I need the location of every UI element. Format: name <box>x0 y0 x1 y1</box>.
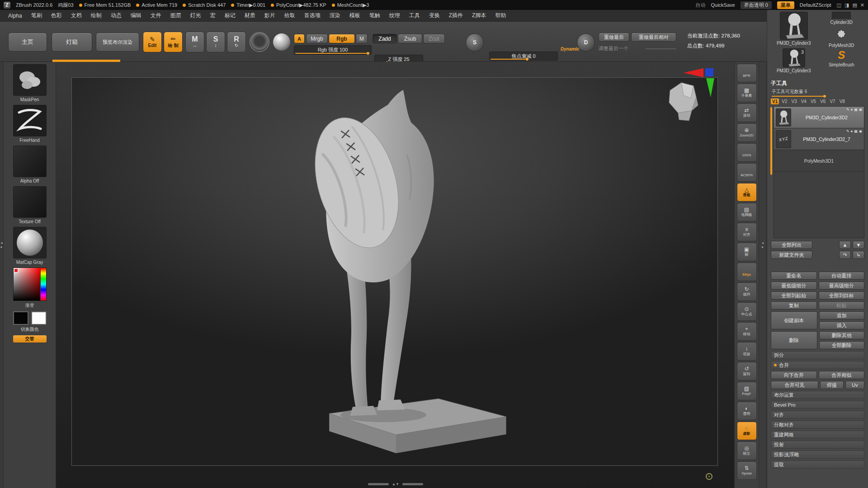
menu-dynamic[interactable]: 动态 <box>106 12 126 19</box>
floor-grid-button[interactable]: ▤地网格 <box>737 203 757 221</box>
rename-button[interactable]: 重命名 <box>771 272 817 280</box>
merge-section-header[interactable]: 合并 <box>771 361 864 369</box>
left-tray-divider[interactable]: ◂▸ <box>0 62 4 488</box>
home-button[interactable]: 主页 <box>8 33 47 52</box>
solo-button[interactable]: ◎独立 <box>737 441 757 460</box>
folder-redo-button[interactable]: ↷ <box>839 251 851 259</box>
align-section-header[interactable]: 对齐 <box>771 411 864 419</box>
material-sphere-icon[interactable] <box>273 33 290 51</box>
local-symmetry-button[interactable]: ≡对齐 <box>737 223 757 241</box>
ghost-button[interactable]: ◌虚影 <box>737 422 757 440</box>
lowest-subdiv-button[interactable]: 最低级细分 <box>771 282 817 290</box>
bevel-pro-section-header[interactable]: Bevel Pro <box>771 401 864 409</box>
all-to-target-button[interactable]: 全部到目标 <box>819 291 865 300</box>
secondary-color-swatch[interactable] <box>31 311 47 325</box>
move-mode-button[interactable]: M ↔ <box>185 32 204 52</box>
subtool-scrollbar[interactable] <box>770 107 772 175</box>
project-section-header[interactable]: 投射 <box>771 441 864 449</box>
view-tab-v8[interactable]: V8 <box>838 99 846 104</box>
polypaint-icon[interactable]: ✎ <box>846 129 849 133</box>
pivot-button[interactable]: ⊙中心点 <box>737 302 757 321</box>
delete-all-button[interactable]: 全部删除 <box>819 341 865 349</box>
highest-subdiv-button[interactable]: 最高级细分 <box>819 282 865 290</box>
loop-button[interactable]: ↻循环 <box>737 282 757 301</box>
scatter-section-header[interactable]: 分散对齐 <box>771 421 864 429</box>
polymesh-star-icon[interactable] <box>833 26 849 42</box>
copy-subtool-button[interactable]: 复制 <box>771 301 817 310</box>
menu-preferences[interactable]: 首选项 <box>300 12 325 19</box>
insert-button[interactable]: 插入 <box>819 321 865 329</box>
active-tool-thumb[interactable] <box>780 12 808 40</box>
sxyz-button[interactable]: SXyz <box>737 263 757 281</box>
menu-texture[interactable]: 纹理 <box>385 12 405 19</box>
m-button[interactable]: M <box>356 34 368 43</box>
remesh-section-header[interactable]: 重建网格 <box>771 431 864 439</box>
close-icon[interactable]: ✕ <box>860 2 864 8</box>
split-section-header[interactable]: 拆分 <box>771 351 864 359</box>
menu-file[interactable]: 文件 <box>146 12 166 19</box>
menu-stroke[interactable]: 笔触 <box>365 12 385 19</box>
view-tab-v1[interactable]: V1 <box>771 99 779 104</box>
list-all-button[interactable]: 全部列出 <box>771 241 812 249</box>
scale-mode-button[interactable]: S ↕ <box>206 32 225 52</box>
scroll-bar-right[interactable] <box>402 483 423 485</box>
eye-icon[interactable]: ◉ <box>859 129 862 133</box>
eye-icon[interactable]: ◉ <box>859 108 862 112</box>
rotate-mode-button[interactable]: R ↻ <box>227 32 246 52</box>
menu-edit[interactable]: 编辑 <box>126 12 146 19</box>
focal-shift-slider[interactable]: 焦点衰减 0 <box>489 52 558 61</box>
current-brush-thumb[interactable] <box>13 64 47 96</box>
saturation-square[interactable] <box>14 268 40 300</box>
d-dial-knob[interactable]: D <box>577 33 595 52</box>
alternate-color-button[interactable]: 交替 <box>13 335 47 343</box>
rotate3d-button[interactable]: ↺旋转 <box>737 362 757 380</box>
menu-brush[interactable]: 笔刷 <box>27 12 47 19</box>
menu-marker[interactable]: 标记 <box>220 12 240 19</box>
scroll-bar-left[interactable] <box>368 483 389 485</box>
menu-alpha[interactable]: Alpha <box>4 13 27 19</box>
menu-light[interactable]: 灯光 <box>186 12 206 19</box>
brush-preview-icon[interactable] <box>250 32 269 52</box>
menu-transform[interactable]: 变换 <box>425 12 444 19</box>
delete-other-button[interactable]: 删除其他 <box>819 331 865 339</box>
menu-picker[interactable]: 拾取 <box>280 12 300 19</box>
switch-color-label[interactable]: 切换颜色 <box>21 326 39 333</box>
zcut-button[interactable]: Zcut <box>423 34 445 43</box>
shade-icon[interactable]: ● <box>851 129 853 133</box>
redo-last-button[interactable]: 重做最后 <box>599 33 629 42</box>
subpixel-button[interactable]: ▦子像素 <box>737 84 757 102</box>
view-tab-v4[interactable]: V4 <box>800 99 808 104</box>
view-tab-v2[interactable]: V2 <box>780 99 788 104</box>
zsub-button[interactable]: Zsub <box>398 34 422 43</box>
lightbox-button[interactable]: 灯箱 <box>52 33 92 52</box>
new-folder-button[interactable]: 新建文件夹 <box>771 251 812 259</box>
move-subtool-up-button[interactable]: ▲ <box>839 241 851 249</box>
merge-down-button[interactable]: 向下合并 <box>771 371 817 379</box>
simplebrush-icon[interactable]: S <box>838 49 845 61</box>
current-material-thumb[interactable] <box>13 227 47 258</box>
boolean-section-header[interactable]: 布尔运算 <box>771 391 864 399</box>
right-tray-divider[interactable]: ◂▸ <box>759 62 767 488</box>
menu-layer[interactable]: 图层 <box>166 12 186 19</box>
merge-visible-button[interactable]: 合并可见 <box>771 381 818 389</box>
move-subtool-down-button[interactable]: ▼ <box>853 241 864 249</box>
auto-reorder-button[interactable]: 自动重排 <box>819 272 865 280</box>
menu-render[interactable]: 渲染 <box>325 12 345 19</box>
bpr-button[interactable]: BPR <box>737 64 757 82</box>
main-color-swatch[interactable] <box>13 311 28 325</box>
quicksave-button[interactable]: QuickSave <box>711 2 735 8</box>
frame-button[interactable]: ▣帧 <box>737 243 757 261</box>
folder-insert-button[interactable]: ↳ <box>853 251 864 259</box>
view-tab-v3[interactable]: V3 <box>790 99 798 104</box>
extract-section-header[interactable]: 提取 <box>771 460 864 469</box>
weld-button[interactable]: 焊接 <box>820 381 844 389</box>
subtool-section-title[interactable]: 子工具 <box>767 78 868 87</box>
viewport-canvas[interactable]: ▲▼ <box>56 62 734 488</box>
subtool-visible-count-slider[interactable]: 子工具可见数量 6 <box>772 89 863 97</box>
polyframe-button[interactable]: ▧PolyF <box>737 382 757 400</box>
view-tab-v6[interactable]: V6 <box>819 99 827 104</box>
camera-orientation-gizmo[interactable] <box>656 66 724 133</box>
mrgb-button[interactable]: Mrgb <box>306 34 328 43</box>
shade-icon[interactable]: ● <box>851 108 853 112</box>
xpose-button[interactable]: ⇅Xpose <box>737 461 757 480</box>
